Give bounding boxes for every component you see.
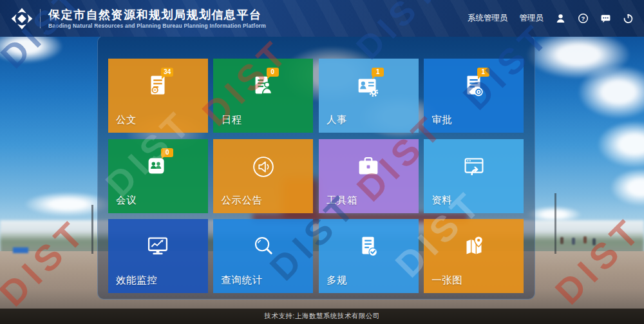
badge: 1 xyxy=(477,68,489,77)
message-icon[interactable] xyxy=(600,13,611,24)
tile-label: 日程 xyxy=(221,113,242,127)
tile-label: 公文 xyxy=(116,113,137,127)
tile-xiaonengjiankong[interactable]: 效能监控 xyxy=(108,219,208,293)
tile-label: 公示公告 xyxy=(221,194,262,207)
tile-gongjuxiang[interactable]: 工具箱 xyxy=(319,139,419,213)
user-name[interactable]: 管理员 xyxy=(520,13,544,24)
tile-gongwen[interactable]: 34 公文 xyxy=(108,59,208,133)
tile-shenpi[interactable]: 1 审批 xyxy=(424,59,524,133)
header-actions: 系统管理员 管理员 ? xyxy=(468,13,634,24)
tile-grid: 34 公文 0 日程 1 人事 1 审批 0 会议 xyxy=(108,59,524,293)
tile-label: 效能监控 xyxy=(116,274,157,287)
user-role[interactable]: 系统管理员 xyxy=(468,13,508,24)
tile-yizhangtu[interactable]: 一张图 xyxy=(424,219,524,293)
map-pin-icon xyxy=(459,232,489,262)
user-icon[interactable] xyxy=(555,13,566,24)
tile-label: 资料 xyxy=(431,194,452,207)
tile-label: 会议 xyxy=(116,194,137,207)
browser-share-icon xyxy=(459,152,489,182)
page-title: 保定市自然资源和规划局规划信息平台 xyxy=(48,8,266,21)
footer-support-text: 技术支持:上海数慧系统技术有限公司 xyxy=(264,312,379,321)
document-check-icon xyxy=(354,232,383,262)
lamp-pole xyxy=(91,205,93,254)
svg-text:?: ? xyxy=(582,15,585,22)
tile-gongshigonggao[interactable]: 公示公告 xyxy=(213,139,313,213)
tile-renshi[interactable]: 1 人事 xyxy=(319,59,419,133)
pedestrians xyxy=(560,237,564,244)
page-subtitle: Baoding Natural Resources and Planning B… xyxy=(48,23,266,29)
compass-logo-icon xyxy=(10,7,33,30)
tile-label: 一张图 xyxy=(431,274,462,287)
blue-sign xyxy=(13,247,28,253)
toolbox-icon xyxy=(354,152,383,182)
tile-label: 审批 xyxy=(431,113,452,127)
app-header: 保定市自然资源和规划局规划信息平台 Baoding Natural Resour… xyxy=(0,0,644,37)
monitor-chart-icon xyxy=(143,232,173,262)
badge: 34 xyxy=(161,68,173,77)
header-divider xyxy=(40,9,41,28)
tile-label: 查询统计 xyxy=(221,274,262,287)
search-icon xyxy=(249,232,278,262)
tile-huiyi[interactable]: 0 会议 xyxy=(108,139,208,213)
badge: 0 xyxy=(267,68,279,77)
title-block: 保定市自然资源和规划局规划信息平台 Baoding Natural Resour… xyxy=(48,8,266,29)
tile-label: 人事 xyxy=(327,113,347,127)
power-icon[interactable] xyxy=(623,13,634,24)
help-icon[interactable]: ? xyxy=(578,13,589,24)
badge: 1 xyxy=(372,68,384,77)
tile-ziliao[interactable]: 资料 xyxy=(424,139,524,213)
app-window: 34 公文 0 日程 1 人事 1 审批 0 会议 xyxy=(0,0,644,324)
tile-duogui[interactable]: 多规 xyxy=(319,219,419,293)
tile-richeng[interactable]: 0 日程 xyxy=(213,59,313,133)
footer-bar: 技术支持:上海数慧系统技术有限公司 xyxy=(0,309,644,324)
lamp-pole xyxy=(554,193,556,254)
tile-chaxuntongji[interactable]: 查询统计 xyxy=(213,219,313,293)
tile-label: 多规 xyxy=(327,274,347,287)
announcement-icon xyxy=(249,152,278,182)
badge: 0 xyxy=(161,148,173,157)
tile-label: 工具箱 xyxy=(327,194,357,207)
